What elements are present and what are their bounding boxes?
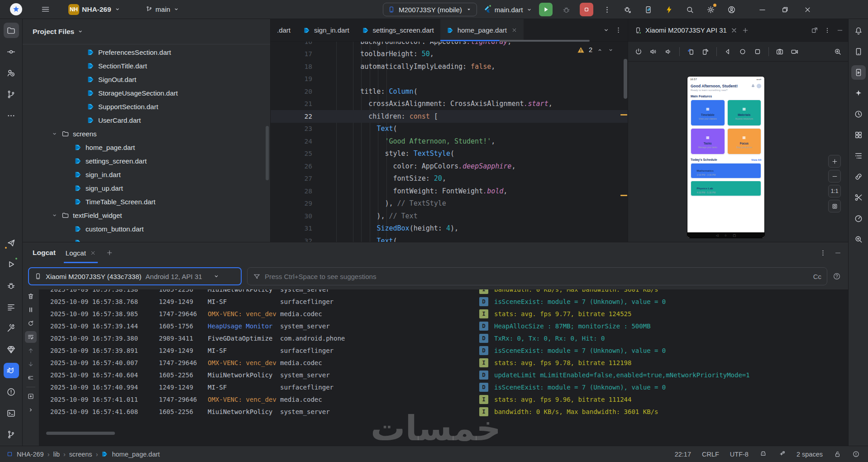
paper-plane-tool-icon[interactable]: [4, 235, 19, 250]
more-run-actions-button[interactable]: [600, 3, 614, 16]
next-problem-icon[interactable]: [607, 47, 614, 53]
phone-schedule-item[interactable]: Physics Lab 4:00 PM - 5:30 PM: [691, 181, 761, 196]
export-logs-icon[interactable]: [25, 390, 37, 402]
editor-tab[interactable]: home_page.dart: [440, 19, 524, 41]
tree-item[interactable]: custom_button.dart: [23, 222, 270, 236]
volume-up-icon[interactable]: [649, 48, 658, 56]
logcat-help-icon[interactable]: [833, 272, 841, 280]
log-row[interactable]: 2025-10-09 16:57:41.011 1747-29646 OMX-V…: [39, 393, 848, 405]
nav-back-icon[interactable]: [724, 48, 732, 56]
device-explorer-icon[interactable]: [851, 232, 866, 246]
device-zoom-icon[interactable]: [834, 48, 842, 56]
stop-button[interactable]: [580, 3, 593, 16]
more-tool-windows-icon[interactable]: [4, 108, 19, 123]
soft-wrap-icon[interactable]: [25, 331, 37, 343]
expand-rail-icon[interactable]: [25, 404, 37, 416]
log-row[interactable]: 2025-10-09 16:57:39.380 2989-3411 FiveGD…: [39, 332, 848, 344]
editor-tab[interactable]: sign_in.dart: [297, 19, 356, 41]
breadcrumb-project[interactable]: NHA-269: [17, 451, 44, 458]
tree-item[interactable]: UserCard.dart: [23, 113, 270, 127]
expand-arrow-icon[interactable]: [51, 212, 58, 219]
screen-record-icon[interactable]: [791, 48, 799, 56]
tree-item[interactable]: sign_in.dart: [23, 168, 270, 181]
debug-button[interactable]: [559, 3, 573, 16]
power-button-icon[interactable]: [634, 48, 643, 56]
device-manager-icon[interactable]: [851, 44, 866, 59]
rotate-right-icon[interactable]: [701, 48, 710, 56]
gem-tool-icon[interactable]: [4, 342, 19, 357]
zoom-out-button[interactable]: [828, 170, 841, 183]
editor-tab[interactable]: settings_screen.dart: [356, 19, 440, 41]
gemini-icon[interactable]: [851, 86, 866, 101]
tree-item[interactable]: SectionTitle.dart: [23, 59, 270, 72]
panel-options-icon[interactable]: [824, 27, 831, 34]
new-logcat-tab-icon[interactable]: [106, 249, 113, 256]
phone-feature-card[interactable]: ▦ Focus Stay productive: [727, 128, 762, 154]
rotate-left-icon[interactable]: [687, 48, 695, 56]
version-control-tool-icon[interactable]: [4, 427, 19, 442]
zoom-reset-button[interactable]: 1:1: [828, 185, 841, 197]
chevron-down-icon[interactable]: [77, 28, 84, 35]
code-line[interactable]: 22 children: const [: [271, 110, 628, 123]
hide-logcat-icon[interactable]: [834, 249, 842, 257]
log-row[interactable]: 2025-10-09 16:57:38.768 1249-1249 MI-SF …: [39, 295, 848, 308]
account-button[interactable]: [724, 3, 739, 16]
expand-arrow-icon[interactable]: [51, 130, 58, 137]
phone-feature-card[interactable]: ▦ Materials Access resources: [727, 100, 762, 126]
warning-stripe-mark[interactable]: [620, 195, 627, 196]
notifications-icon[interactable]: [851, 24, 866, 38]
code-line[interactable]: 27 fontSize: 20,: [271, 173, 628, 185]
todo-tool-icon[interactable]: [4, 299, 19, 314]
editor-options-icon[interactable]: [615, 26, 622, 34]
hot-reload-button[interactable]: [641, 3, 655, 16]
android-robot-icon[interactable]: [759, 450, 767, 458]
unlocked-padlock-icon[interactable]: [834, 450, 841, 458]
restart-logcat-icon[interactable]: [25, 318, 37, 329]
breadcrumb-lib[interactable]: lib: [53, 451, 60, 458]
code-line[interactable]: 31 SizedBox(height: 4),: [271, 222, 628, 235]
add-device-tab-icon[interactable]: [742, 27, 749, 34]
phone-schedule-item[interactable]: Mathematics 2:00 PM - 3:30 PM: [691, 163, 761, 178]
main-menu-button[interactable]: [38, 3, 53, 16]
settings-button[interactable]: [703, 3, 718, 16]
code-line[interactable]: 30 ), // Text: [271, 210, 628, 222]
structure-icon[interactable]: [851, 149, 866, 163]
code-line[interactable]: 18 automaticallyImplyLeading: false,: [271, 60, 628, 73]
log-row[interactable]: 2025-10-09 16:57:41.608 1605-2256 MiuiNe…: [39, 405, 848, 418]
tree-item[interactable]: StorageUsageSection.dart: [23, 86, 270, 100]
code-line[interactable]: 28 fontWeight: FontWeight.bold,: [271, 185, 628, 197]
volume-down-icon[interactable]: [664, 48, 672, 56]
tree-item[interactable]: screens: [23, 127, 270, 140]
inspections-widget[interactable]: 2: [577, 46, 614, 53]
code-area[interactable]: 16 backgroundColor: AppColors.lightGray,…: [271, 42, 628, 242]
ai-completion-disabled-icon[interactable]: [778, 450, 786, 458]
code-line[interactable]: 23 Text(: [271, 123, 628, 135]
warning-stripe-mark[interactable]: [620, 114, 627, 116]
log-row[interactable]: 2025-10-09 16:57:38.138 1605-2256 MiuiNe…: [39, 289, 848, 295]
tree-item[interactable]: home_page.dart: [23, 140, 270, 154]
code-line[interactable]: 26 color: AppColors.deepSapphire,: [271, 160, 628, 173]
open-in-window-icon[interactable]: [811, 27, 818, 34]
logcat-tab[interactable]: Logcat: [64, 242, 98, 263]
run-configuration-selector[interactable]: main.dart: [483, 5, 533, 14]
code-line[interactable]: 17 toolbarHeight: 50,: [271, 48, 628, 61]
tree-item[interactable]: TimeTable_Screen.dart: [23, 195, 270, 208]
code-line[interactable]: 19: [271, 73, 628, 86]
app-inspection-tool-icon[interactable]: [4, 320, 19, 336]
file-encoding[interactable]: UTF-8: [730, 451, 749, 458]
tree-item[interactable]: textField_widget: [23, 208, 270, 222]
code-line[interactable]: 24 'Good Afternoon, Student!',: [271, 135, 628, 148]
vcs-branch-widget[interactable]: main: [142, 3, 183, 16]
code-line[interactable]: 32 Text(: [271, 235, 628, 242]
commit-tool-icon[interactable]: [4, 44, 19, 59]
app-insights-cut-icon[interactable]: [851, 190, 866, 205]
editor-tab[interactable]: .dart: [271, 19, 297, 41]
logcat-options-icon[interactable]: [819, 249, 827, 257]
log-row[interactable]: 2025-10-09 16:57:40.994 1249-1249 MI-SF …: [39, 381, 848, 393]
logcat-panel-title[interactable]: Logcat: [33, 249, 56, 257]
resource-manager-icon[interactable]: [851, 128, 866, 142]
code-line[interactable]: 25 style: TextStyle(: [271, 148, 628, 160]
running-devices-icon[interactable]: [851, 65, 866, 80]
close-logcat-tab-icon[interactable]: [90, 250, 96, 256]
log-row[interactable]: 2025-10-09 16:57:40.604 1605-2256 MiuiNe…: [39, 369, 848, 381]
